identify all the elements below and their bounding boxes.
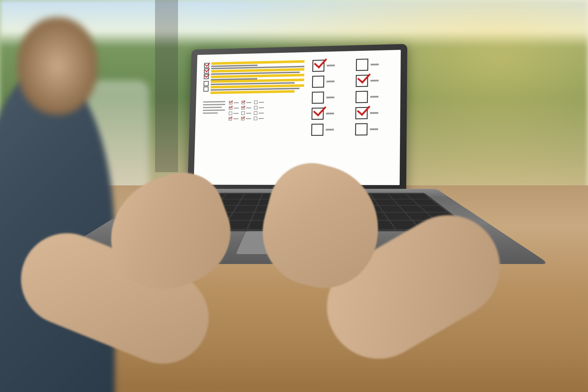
big-label-line (326, 96, 334, 98)
checkbox-large[interactable] (355, 107, 368, 119)
checkbox-large[interactable] (355, 123, 367, 135)
mini-check-row (229, 117, 238, 120)
progress-bar (211, 60, 305, 65)
mini-label-line (246, 107, 252, 108)
checkbox-large[interactable] (356, 75, 368, 87)
checkbox-mini[interactable] (241, 101, 245, 104)
checkbox-mini[interactable] (229, 101, 233, 104)
key[interactable] (229, 213, 254, 220)
mini-check-row (229, 106, 239, 110)
big-check-group (356, 58, 393, 71)
person-head-blurred (17, 17, 98, 115)
mini-label-line (259, 102, 264, 103)
mini-check-column (241, 101, 252, 120)
key[interactable] (379, 206, 404, 212)
mini-check-row (229, 101, 239, 104)
key[interactable] (242, 194, 262, 199)
mini-label-line (259, 118, 264, 119)
checkbox-mini[interactable] (254, 101, 258, 104)
checkbox-mini[interactable] (229, 112, 232, 115)
checkbox-large[interactable] (312, 75, 324, 88)
mini-check-row (254, 100, 264, 104)
big-label-line (326, 129, 334, 131)
text-line (203, 107, 222, 108)
key[interactable] (371, 194, 392, 199)
mini-check-row (241, 111, 251, 115)
text-line (203, 110, 225, 111)
mini-check-row (241, 106, 251, 110)
checkbox-large[interactable] (312, 60, 325, 72)
progress-bar (210, 90, 295, 94)
big-label-line (370, 80, 379, 82)
text-lines-block (203, 101, 225, 121)
mini-label-line (259, 112, 264, 113)
big-check-row (312, 90, 392, 104)
big-check-row (311, 123, 392, 136)
key[interactable] (234, 206, 256, 212)
mini-check-row (229, 112, 239, 115)
mini-label-line (233, 113, 239, 114)
big-check-row (312, 107, 392, 120)
big-check-row (312, 58, 393, 72)
big-check-group (312, 59, 349, 72)
mini-check-row (254, 106, 264, 109)
text-line (203, 101, 225, 102)
big-label-line (370, 112, 378, 114)
big-label-line (370, 128, 378, 130)
checkbox-small[interactable] (204, 87, 209, 92)
progress-row (203, 84, 304, 94)
checkbox-small[interactable] (204, 81, 209, 86)
checkbox-mini[interactable] (241, 106, 245, 110)
checkbox-large[interactable] (355, 91, 368, 103)
mini-check-row (254, 111, 264, 115)
mini-label-line (246, 118, 251, 119)
checkbox-mini[interactable] (254, 111, 257, 115)
big-check-group (311, 123, 348, 136)
checkbox-mini[interactable] (254, 117, 257, 120)
checkbox-large[interactable] (356, 59, 368, 71)
big-label-line (370, 64, 379, 66)
big-check-row (312, 74, 393, 88)
checkbox-large[interactable] (312, 108, 324, 120)
lower-section (203, 100, 304, 121)
laptop-screen (194, 50, 401, 185)
checkbox-mini[interactable] (229, 117, 232, 121)
progress-bar (211, 65, 258, 67)
checkbox-mini[interactable] (241, 112, 245, 115)
big-check-group (312, 91, 349, 104)
mini-check-column (229, 101, 239, 121)
big-label-line (370, 96, 378, 98)
checkbox-mini[interactable] (241, 117, 245, 120)
big-check-group (355, 123, 392, 135)
big-check-group (355, 107, 392, 119)
big-label-line (326, 112, 334, 114)
big-check-group (312, 107, 348, 120)
key[interactable] (238, 199, 260, 205)
mini-label-line (246, 113, 251, 114)
big-check-group (312, 75, 349, 88)
mini-label-line (234, 108, 239, 108)
mini-label-line (234, 102, 239, 103)
mini-check-row (241, 117, 251, 120)
text-line (203, 112, 218, 114)
checkbox-mini[interactable] (229, 106, 232, 110)
big-label-line (327, 65, 335, 67)
mini-check-row (254, 117, 264, 120)
mini-check-row (241, 101, 251, 104)
key[interactable] (223, 194, 244, 199)
bar-stack (210, 84, 304, 94)
big-label-line (327, 81, 335, 83)
mini-label-line (233, 118, 239, 119)
checkbox-large[interactable] (311, 124, 324, 136)
checkbox-large[interactable] (312, 92, 324, 104)
mini-check-column (254, 100, 264, 120)
key[interactable] (375, 199, 397, 205)
big-check-group (356, 74, 393, 87)
checkbox-mini[interactable] (254, 106, 258, 109)
big-check-group (355, 90, 393, 103)
screen-content (201, 58, 393, 177)
left-panel (201, 60, 305, 177)
checkbox-small[interactable] (204, 74, 209, 79)
text-line (203, 104, 225, 105)
right-panel (311, 58, 393, 177)
